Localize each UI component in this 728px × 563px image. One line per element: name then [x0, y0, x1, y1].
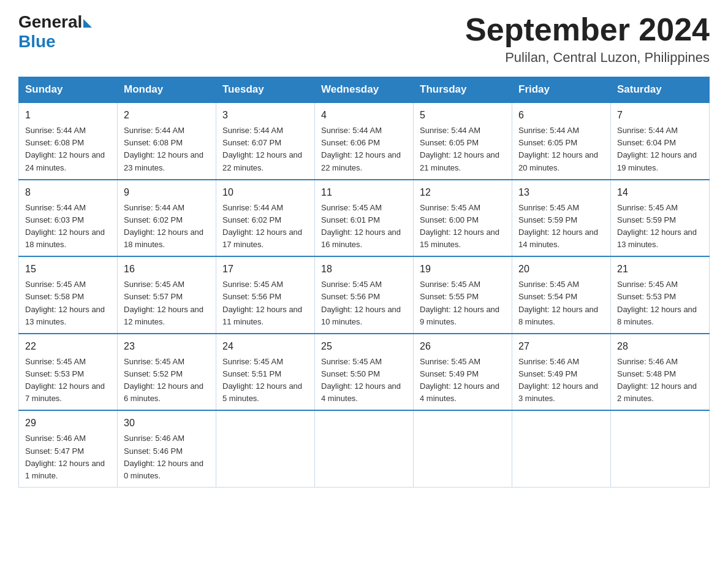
day-info: Sunrise: 5:44 AMSunset: 6:02 PMDaylight:…: [222, 202, 308, 251]
calendar-cell: 12Sunrise: 5:45 AMSunset: 6:00 PMDayligh…: [414, 180, 512, 257]
day-info: Sunrise: 5:45 AMSunset: 5:49 PMDaylight:…: [420, 356, 506, 405]
calendar-cell: [611, 410, 710, 487]
day-number: 9: [124, 185, 210, 200]
calendar-week-row: 22Sunrise: 5:45 AMSunset: 5:53 PMDayligh…: [19, 334, 710, 411]
calendar-cell: 10Sunrise: 5:44 AMSunset: 6:02 PMDayligh…: [216, 180, 315, 257]
calendar-cell: 11Sunrise: 5:45 AMSunset: 6:01 PMDayligh…: [315, 180, 414, 257]
calendar-table: SundayMondayTuesdayWednesdayThursdayFrid…: [18, 77, 710, 488]
day-info: Sunrise: 5:45 AMSunset: 5:53 PMDaylight:…: [25, 356, 111, 405]
day-info: Sunrise: 5:45 AMSunset: 6:01 PMDaylight:…: [321, 202, 407, 251]
day-number: 8: [25, 185, 111, 200]
day-number: 11: [321, 185, 407, 200]
day-number: 4: [321, 108, 407, 123]
day-info: Sunrise: 5:45 AMSunset: 5:59 PMDaylight:…: [518, 202, 604, 251]
day-info: Sunrise: 5:46 AMSunset: 5:48 PMDaylight:…: [617, 356, 703, 405]
logo: General Blue: [18, 12, 92, 52]
day-info: Sunrise: 5:45 AMSunset: 5:54 PMDaylight:…: [518, 278, 604, 328]
weekday-header-saturday: Saturday: [611, 77, 710, 103]
day-info: Sunrise: 5:44 AMSunset: 6:05 PMDaylight:…: [518, 124, 604, 174]
calendar-week-row: 8Sunrise: 5:44 AMSunset: 6:03 PMDaylight…: [19, 180, 710, 257]
calendar-week-row: 29Sunrise: 5:46 AMSunset: 5:47 PMDayligh…: [19, 410, 710, 487]
calendar-cell: 23Sunrise: 5:45 AMSunset: 5:52 PMDayligh…: [118, 334, 216, 411]
day-info: Sunrise: 5:46 AMSunset: 5:49 PMDaylight:…: [518, 356, 604, 405]
day-info: Sunrise: 5:45 AMSunset: 5:55 PMDaylight:…: [420, 278, 506, 328]
day-info: Sunrise: 5:44 AMSunset: 6:05 PMDaylight:…: [420, 124, 506, 174]
calendar-cell: 25Sunrise: 5:45 AMSunset: 5:50 PMDayligh…: [315, 334, 414, 411]
weekday-header-monday: Monday: [118, 77, 216, 103]
calendar-cell: [315, 410, 414, 487]
day-info: Sunrise: 5:44 AMSunset: 6:08 PMDaylight:…: [124, 124, 210, 174]
day-number: 15: [25, 262, 111, 277]
calendar-week-row: 1Sunrise: 5:44 AMSunset: 6:08 PMDaylight…: [19, 102, 710, 180]
day-number: 30: [124, 416, 210, 431]
day-number: 3: [222, 108, 308, 123]
page-header: General Blue September 2024 Pulilan, Cen…: [18, 12, 710, 66]
day-number: 29: [25, 416, 111, 431]
day-number: 26: [420, 339, 506, 354]
day-number: 1: [25, 108, 111, 123]
calendar-cell: 8Sunrise: 5:44 AMSunset: 6:03 PMDaylight…: [19, 180, 118, 257]
day-info: Sunrise: 5:44 AMSunset: 6:07 PMDaylight:…: [222, 124, 308, 174]
calendar-cell: 18Sunrise: 5:45 AMSunset: 5:56 PMDayligh…: [315, 256, 414, 334]
day-info: Sunrise: 5:46 AMSunset: 5:46 PMDaylight:…: [124, 432, 210, 482]
calendar-cell: 19Sunrise: 5:45 AMSunset: 5:55 PMDayligh…: [414, 256, 512, 334]
calendar-week-row: 15Sunrise: 5:45 AMSunset: 5:58 PMDayligh…: [19, 256, 710, 334]
day-number: 21: [617, 262, 703, 277]
calendar-cell: 27Sunrise: 5:46 AMSunset: 5:49 PMDayligh…: [512, 334, 611, 411]
day-number: 17: [222, 262, 308, 277]
calendar-cell: 15Sunrise: 5:45 AMSunset: 5:58 PMDayligh…: [19, 256, 118, 334]
day-info: Sunrise: 5:45 AMSunset: 5:52 PMDaylight:…: [124, 356, 210, 405]
month-title: September 2024: [465, 12, 710, 47]
weekday-header-tuesday: Tuesday: [216, 77, 315, 103]
day-info: Sunrise: 5:44 AMSunset: 6:04 PMDaylight:…: [617, 124, 703, 174]
calendar-cell: 5Sunrise: 5:44 AMSunset: 6:05 PMDaylight…: [414, 102, 512, 180]
day-number: 28: [617, 339, 703, 354]
day-info: Sunrise: 5:45 AMSunset: 5:57 PMDaylight:…: [124, 278, 210, 328]
calendar-cell: 14Sunrise: 5:45 AMSunset: 5:59 PMDayligh…: [611, 180, 710, 257]
day-number: 24: [222, 339, 308, 354]
calendar-cell: 3Sunrise: 5:44 AMSunset: 6:07 PMDaylight…: [216, 102, 315, 180]
day-info: Sunrise: 5:45 AMSunset: 5:53 PMDaylight:…: [617, 278, 703, 328]
calendar-cell: 28Sunrise: 5:46 AMSunset: 5:48 PMDayligh…: [611, 334, 710, 411]
day-info: Sunrise: 5:44 AMSunset: 6:02 PMDaylight:…: [124, 202, 210, 251]
day-number: 13: [518, 185, 604, 200]
calendar-cell: 9Sunrise: 5:44 AMSunset: 6:02 PMDaylight…: [118, 180, 216, 257]
calendar-cell: 22Sunrise: 5:45 AMSunset: 5:53 PMDayligh…: [19, 334, 118, 411]
day-info: Sunrise: 5:45 AMSunset: 5:50 PMDaylight:…: [321, 356, 407, 405]
weekday-header-row: SundayMondayTuesdayWednesdayThursdayFrid…: [19, 77, 710, 103]
day-info: Sunrise: 5:45 AMSunset: 5:58 PMDaylight:…: [25, 278, 111, 328]
calendar-cell: 4Sunrise: 5:44 AMSunset: 6:06 PMDaylight…: [315, 102, 414, 180]
calendar-cell: 13Sunrise: 5:45 AMSunset: 5:59 PMDayligh…: [512, 180, 611, 257]
location-title: Pulilan, Central Luzon, Philippines: [465, 50, 710, 66]
calendar-cell: 6Sunrise: 5:44 AMSunset: 6:05 PMDaylight…: [512, 102, 611, 180]
day-number: 22: [25, 339, 111, 354]
day-info: Sunrise: 5:45 AMSunset: 5:56 PMDaylight:…: [321, 278, 407, 328]
calendar-cell: [512, 410, 611, 487]
calendar-cell: 26Sunrise: 5:45 AMSunset: 5:49 PMDayligh…: [414, 334, 512, 411]
weekday-header-friday: Friday: [512, 77, 611, 103]
calendar-cell: 20Sunrise: 5:45 AMSunset: 5:54 PMDayligh…: [512, 256, 611, 334]
day-info: Sunrise: 5:44 AMSunset: 6:06 PMDaylight:…: [321, 124, 407, 174]
day-info: Sunrise: 5:45 AMSunset: 5:59 PMDaylight:…: [617, 202, 703, 251]
day-number: 18: [321, 262, 407, 277]
day-number: 16: [124, 262, 210, 277]
day-number: 2: [124, 108, 210, 123]
calendar-cell: 1Sunrise: 5:44 AMSunset: 6:08 PMDaylight…: [19, 102, 118, 180]
calendar-cell: 7Sunrise: 5:44 AMSunset: 6:04 PMDaylight…: [611, 102, 710, 180]
day-number: 6: [518, 108, 604, 123]
day-number: 10: [222, 185, 308, 200]
day-number: 5: [420, 108, 506, 123]
calendar-cell: 16Sunrise: 5:45 AMSunset: 5:57 PMDayligh…: [118, 256, 216, 334]
logo-general-text: General: [18, 12, 82, 32]
day-info: Sunrise: 5:45 AMSunset: 5:56 PMDaylight:…: [222, 278, 308, 328]
weekday-header-wednesday: Wednesday: [315, 77, 414, 103]
calendar-cell: 2Sunrise: 5:44 AMSunset: 6:08 PMDaylight…: [118, 102, 216, 180]
day-info: Sunrise: 5:45 AMSunset: 6:00 PMDaylight:…: [420, 202, 506, 251]
title-area: September 2024 Pulilan, Central Luzon, P…: [465, 12, 710, 66]
day-number: 23: [124, 339, 210, 354]
day-number: 14: [617, 185, 703, 200]
weekday-header-thursday: Thursday: [414, 77, 512, 103]
calendar-cell: 30Sunrise: 5:46 AMSunset: 5:46 PMDayligh…: [118, 410, 216, 487]
calendar-cell: 21Sunrise: 5:45 AMSunset: 5:53 PMDayligh…: [611, 256, 710, 334]
day-info: Sunrise: 5:44 AMSunset: 6:08 PMDaylight:…: [25, 124, 111, 174]
